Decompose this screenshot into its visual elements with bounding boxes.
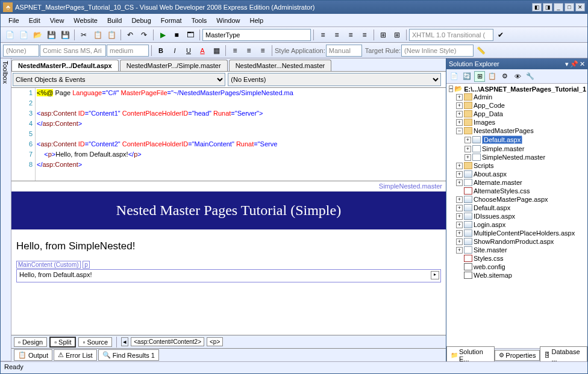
find-results-tab[interactable]: 🔍 Find Results 1: [98, 349, 159, 361]
tree-item[interactable]: +ChooseMasterPage.aspx: [456, 195, 586, 204]
comment-icon[interactable]: ≡: [344, 28, 357, 42]
open-icon[interactable]: 📂: [31, 28, 44, 42]
tree-item[interactable]: +Alternate.master: [456, 178, 586, 187]
new-project-icon[interactable]: 📄: [3, 28, 16, 42]
doctype-selector[interactable]: [409, 29, 493, 41]
panel-close-icon[interactable]: ✕: [580, 60, 585, 68]
target-rule-select[interactable]: [401, 45, 474, 57]
underline-icon[interactable]: U: [182, 44, 195, 57]
toolbox-tab[interactable]: Toolbox: [1, 58, 10, 361]
bold-icon[interactable]: B: [154, 44, 167, 57]
outdent-icon[interactable]: ≡: [330, 28, 343, 42]
refresh-icon[interactable]: 🔄: [461, 71, 472, 82]
p-tag-label[interactable]: p: [83, 261, 90, 269]
tree-folder-nested[interactable]: −NestedMasterPages: [456, 126, 586, 135]
design-view-button[interactable]: ▫ Design: [14, 337, 47, 347]
tree-item[interactable]: +MultipleContentPlaceHolders.aspx: [456, 229, 586, 237]
menu-window[interactable]: Window: [212, 16, 244, 25]
content-text[interactable]: Hello, from Default.aspx!: [19, 271, 92, 278]
cut-icon[interactable]: ✂: [77, 28, 90, 42]
doc-tab-default[interactable]: NestedMasterP.../Default.aspx: [11, 60, 119, 71]
dock-right-button[interactable]: ◨: [543, 3, 552, 11]
view-icon[interactable]: 👁: [512, 71, 523, 82]
indent-icon[interactable]: ≡: [316, 28, 330, 42]
smart-tag-icon[interactable]: ▸: [431, 271, 439, 279]
style-application-select[interactable]: [326, 45, 362, 57]
font-size-select[interactable]: [107, 45, 149, 57]
source-view-button[interactable]: ▫ Source: [78, 337, 112, 347]
list-icon[interactable]: ≡: [242, 44, 255, 57]
tree-item[interactable]: +Simple.master: [464, 145, 586, 153]
copy-icon[interactable]: 📋: [91, 28, 104, 42]
tree-item[interactable]: +IDIssues.aspx: [456, 212, 586, 220]
expand-icon[interactable]: −: [449, 86, 453, 92]
stop-icon[interactable]: ■: [170, 28, 183, 42]
nest-icon[interactable]: ⊞: [474, 71, 485, 82]
output-tab[interactable]: 📋 Output: [14, 349, 52, 361]
tree-item[interactable]: +Site.master: [456, 246, 586, 254]
properties-tab[interactable]: ⚙Properties: [495, 350, 540, 361]
font-family-select[interactable]: [40, 45, 106, 57]
menu-website[interactable]: Website: [69, 16, 102, 25]
menu-view[interactable]: View: [46, 16, 69, 25]
content-region-label[interactable]: MainContent (Custom): [16, 261, 81, 269]
menu-help[interactable]: Help: [245, 16, 267, 25]
config-icon[interactable]: ⚙: [499, 71, 510, 82]
menu-debug[interactable]: Debug: [127, 16, 155, 25]
client-objects-select[interactable]: Client Objects & Events: [13, 73, 225, 86]
solution-tree[interactable]: − 📂 E:\...\ASPNET_MasterPages_Tutorial_1…: [446, 84, 587, 348]
breadcrumb-nav-left[interactable]: ◂: [121, 337, 128, 346]
tree-item[interactable]: +Default.aspx: [456, 204, 586, 212]
tab-order-icon[interactable]: ⊞: [377, 28, 390, 42]
menu-file[interactable]: File: [4, 16, 23, 25]
list2-icon[interactable]: ≡: [256, 44, 269, 57]
breadcrumb-p[interactable]: <p>: [207, 337, 223, 346]
maximize-button[interactable]: □: [565, 3, 574, 11]
save-all-icon[interactable]: 💾: [58, 28, 72, 42]
tree-folder[interactable]: +Images: [456, 118, 586, 126]
tree-item-default-aspx[interactable]: +Default.aspx: [464, 135, 586, 145]
code-text[interactable]: <%@ Page Language="C#" MasterPageFile="~…: [36, 88, 446, 181]
tree-item[interactable]: +About.aspx: [456, 170, 586, 178]
tree-folder[interactable]: +Admin: [456, 93, 586, 101]
tree-item[interactable]: Web.sitemap: [456, 271, 586, 279]
tool-icon[interactable]: 🔧: [525, 71, 536, 82]
save-icon[interactable]: 💾: [45, 28, 58, 42]
split-view-button[interactable]: ▫ Split: [49, 337, 76, 348]
copy-site-icon[interactable]: 📋: [487, 71, 498, 82]
tree-folder[interactable]: +App_Code: [456, 101, 586, 110]
font-color-icon[interactable]: A: [196, 44, 209, 57]
events-select[interactable]: (No Events): [228, 73, 440, 86]
tree-item[interactable]: web.config: [456, 263, 586, 271]
table-icon[interactable]: ⊞: [390, 28, 404, 42]
highlight-icon[interactable]: ▦: [210, 44, 223, 57]
validate-icon[interactable]: ✔: [494, 28, 507, 42]
close-button[interactable]: ✕: [575, 3, 585, 11]
redo-icon[interactable]: ↷: [137, 28, 151, 42]
dock-left-button[interactable]: ◧: [532, 3, 542, 11]
project-root[interactable]: E:\...\ASPNET_MasterPages_Tutorial_1: [464, 86, 586, 93]
panel-menu-icon[interactable]: ▾: [565, 60, 569, 68]
tree-item[interactable]: AlternateStyles.css: [456, 187, 586, 195]
doc-tab-nested[interactable]: NestedMaster...Nested.master: [229, 60, 332, 71]
design-surface[interactable]: SimpleNested.master Nested Master Pages …: [11, 181, 446, 335]
tree-folder[interactable]: +Scripts: [456, 161, 586, 170]
pin-icon[interactable]: 📌: [570, 60, 578, 68]
doc-tab-simple[interactable]: NestedMasterP.../Simple.master: [120, 60, 228, 71]
code-editor[interactable]: 12345678 <%@ Page Language="C#" MasterPa…: [11, 88, 446, 181]
uncomment-icon[interactable]: ≡: [358, 28, 371, 42]
error-list-tab[interactable]: ⚠ Error List: [54, 349, 97, 361]
tree-item[interactable]: Styles.css: [456, 254, 586, 263]
align-left-icon[interactable]: ≡: [228, 44, 242, 57]
add-item-icon[interactable]: 📄: [17, 28, 30, 42]
menu-build[interactable]: Build: [103, 16, 126, 25]
tree-item[interactable]: +SimpleNested.master: [464, 153, 586, 161]
browser-icon[interactable]: 🗔: [184, 28, 197, 42]
ruler-icon[interactable]: 📏: [474, 44, 487, 57]
tree-item[interactable]: +Login.aspx: [456, 220, 586, 229]
tree-item[interactable]: +ShowRandomProduct.aspx: [456, 237, 586, 246]
block-format-select[interactable]: [3, 45, 39, 57]
breadcrumb-content[interactable]: <asp:Content#Content2>: [131, 337, 204, 346]
menu-edit[interactable]: Edit: [25, 16, 45, 25]
minimize-button[interactable]: _: [554, 3, 563, 11]
